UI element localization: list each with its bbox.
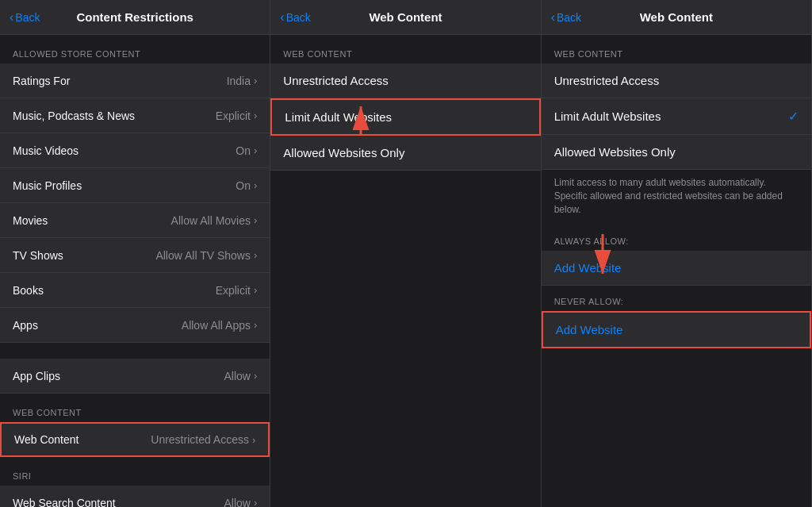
never-allow-label: NEVER ALLOW: xyxy=(542,286,811,311)
web-search-label: Web Search Content xyxy=(13,497,116,508)
music-videos-row[interactable]: Music Videos On › xyxy=(0,133,270,168)
chevron-icon: › xyxy=(254,497,257,507)
ratings-for-row[interactable]: Ratings For India › xyxy=(0,63,270,98)
panel2-back-button[interactable]: ‹ Back xyxy=(280,10,310,25)
panel3-back-button[interactable]: ‹ Back xyxy=(551,10,581,25)
content-restrictions-panel: ‹ Back Content Restrictions ALLOWED STOR… xyxy=(0,0,270,507)
tv-shows-value: Allow All TV Shows › xyxy=(155,249,257,262)
chevron-icon: › xyxy=(254,144,257,156)
apps-row[interactable]: Apps Allow All Apps › xyxy=(0,308,270,343)
web-content-panel-middle: ‹ Back Web Content WEB CONTENT Unrestric… xyxy=(270,0,541,507)
app-clips-value: Allow › xyxy=(224,370,258,382)
panel1-title: Content Restrictions xyxy=(76,10,193,24)
panel1-header: ‹ Back Content Restrictions xyxy=(0,0,270,35)
never-allow-add-website-row[interactable]: Add Website xyxy=(542,311,811,348)
siri-section-label: SIRI xyxy=(0,457,270,486)
app-clips-row[interactable]: App Clips Allow › xyxy=(0,359,270,394)
movies-label: Movies xyxy=(13,214,48,227)
chevron-icon: › xyxy=(254,179,257,191)
music-profiles-label: Music Profiles xyxy=(13,179,82,192)
chevron-icon: › xyxy=(254,249,257,261)
never-allow-add-website-label[interactable]: Add Website xyxy=(556,323,623,336)
web-content-value: Unrestricted Access › xyxy=(151,433,255,446)
checkmark-icon: ✓ xyxy=(788,109,799,124)
music-podcasts-label: Music, Podcasts & News xyxy=(13,109,135,122)
panel3-section-label: WEB CONTENT xyxy=(542,35,811,63)
chevron-icon: › xyxy=(254,75,257,86)
always-allow-label: ALWAYS ALLOW: xyxy=(542,225,811,251)
web-content-label: Web Content xyxy=(14,433,79,446)
back-chevron-icon: ‹ xyxy=(10,10,13,25)
panel1-back-button[interactable]: ‹ Back xyxy=(10,10,40,25)
panel3-header: ‹ Back Web Content xyxy=(542,0,811,35)
ratings-for-label: Ratings For xyxy=(13,75,70,87)
web-search-row[interactable]: Web Search Content Allow › xyxy=(0,486,270,507)
tv-shows-row[interactable]: TV Shows Allow All TV Shows › xyxy=(0,238,270,273)
allowed-websites-label: Allowed Websites Only xyxy=(283,146,404,159)
unrestricted-access-option[interactable]: Unrestricted Access xyxy=(270,63,540,98)
limit-adult-option[interactable]: Limit Adult Websites xyxy=(270,98,540,136)
chevron-icon: › xyxy=(254,284,257,296)
panel3-allowed-websites-label: Allowed Websites Only xyxy=(554,145,676,159)
music-profiles-row[interactable]: Music Profiles On › xyxy=(0,168,270,203)
always-allow-add-website-label[interactable]: Add Website xyxy=(554,261,622,275)
movies-row[interactable]: Movies Allow All Movies › xyxy=(0,203,270,238)
panel3-back-label: Back xyxy=(557,11,581,24)
panel3-limit-adult-option[interactable]: Limit Adult Websites ✓ xyxy=(542,98,811,135)
web-content-panel-right: ‹ Back Web Content WEB CONTENT Unrestric… xyxy=(542,0,812,507)
panel3-unrestricted-option[interactable]: Unrestricted Access xyxy=(542,63,811,98)
panel2-section-label: WEB CONTENT xyxy=(270,35,540,63)
spacer1 xyxy=(0,343,270,359)
apps-label: Apps xyxy=(13,319,38,332)
web-content-section-label: WEB CONTENT xyxy=(0,394,270,422)
panel3-unrestricted-label: Unrestricted Access xyxy=(554,74,660,87)
app-clips-label: App Clips xyxy=(13,370,60,382)
apps-value: Allow All Apps › xyxy=(182,319,258,332)
back-chevron-icon: ‹ xyxy=(280,10,284,25)
music-podcasts-row[interactable]: Music, Podcasts & News Explicit › xyxy=(0,98,270,133)
panel1-back-label: Back xyxy=(15,11,40,24)
ratings-for-value: India › xyxy=(227,75,258,87)
panel3-allowed-websites-option[interactable]: Allowed Websites Only xyxy=(542,135,811,170)
chevron-icon: › xyxy=(254,319,257,331)
panel3-content: WEB CONTENT Unrestricted Access Limit Ad… xyxy=(542,35,811,507)
limit-adult-label: Limit Adult Websites xyxy=(285,110,392,124)
web-search-value: Allow › xyxy=(224,497,258,508)
panel3-title: Web Content xyxy=(640,10,713,24)
music-videos-label: Music Videos xyxy=(13,144,79,157)
music-profiles-value: On › xyxy=(236,179,257,192)
unrestricted-access-label: Unrestricted Access xyxy=(283,74,389,87)
always-allow-add-website-row[interactable]: Add Website xyxy=(542,251,811,286)
web-content-row[interactable]: Web Content Unrestricted Access › xyxy=(0,422,270,457)
music-podcasts-value: Explicit › xyxy=(216,109,258,122)
chevron-icon: › xyxy=(254,109,257,121)
panel1-content: ALLOWED STORE CONTENT Ratings For India … xyxy=(0,35,270,507)
allowed-websites-option[interactable]: Allowed Websites Only xyxy=(270,136,540,171)
tv-shows-label: TV Shows xyxy=(13,249,63,262)
chevron-icon: › xyxy=(252,434,255,446)
books-label: Books xyxy=(13,284,44,297)
panel2-title: Web Content xyxy=(369,10,442,24)
allowed-store-label: ALLOWED STORE CONTENT xyxy=(0,35,270,63)
chevron-icon: › xyxy=(254,370,257,382)
books-row[interactable]: Books Explicit › xyxy=(0,273,270,308)
panel2-header: ‹ Back Web Content xyxy=(270,0,540,35)
panel3-description: Limit access to many adult websites auto… xyxy=(542,170,811,225)
movies-value: Allow All Movies › xyxy=(171,214,258,227)
panel2-content: WEB CONTENT Unrestricted Access Limit Ad… xyxy=(270,35,540,507)
music-videos-value: On › xyxy=(236,144,257,157)
panel3-limit-adult-label: Limit Adult Websites xyxy=(554,109,661,123)
chevron-icon: › xyxy=(254,214,257,226)
books-value: Explicit › xyxy=(216,284,258,297)
back-chevron-icon: ‹ xyxy=(551,10,555,25)
panel2-back-label: Back xyxy=(286,11,311,24)
